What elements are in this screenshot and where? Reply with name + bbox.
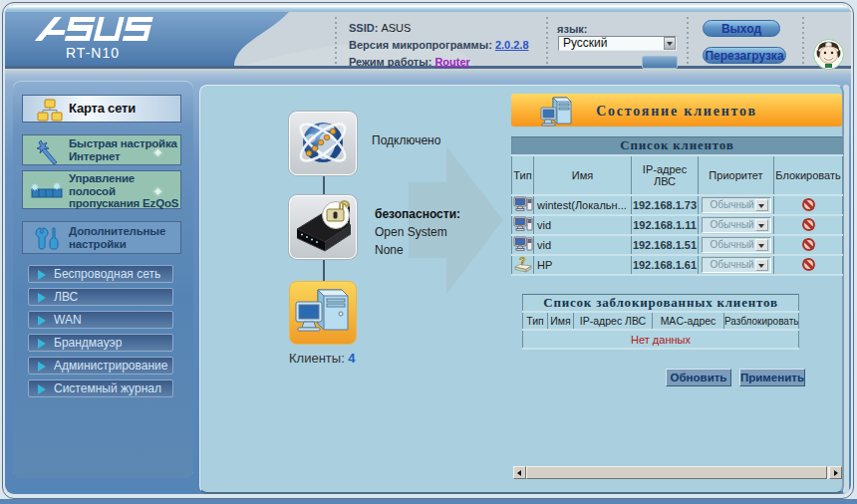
svg-text:?: ?: [519, 256, 526, 267]
